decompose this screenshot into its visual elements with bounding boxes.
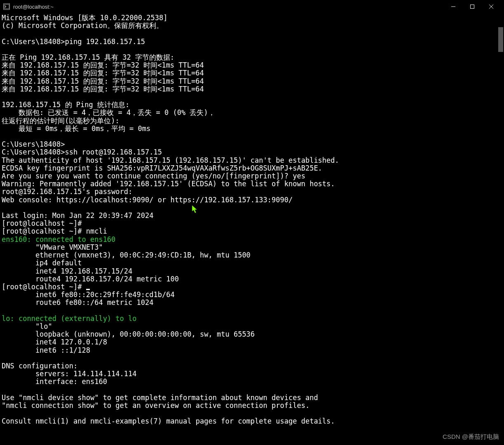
close-button[interactable] (482, 0, 501, 13)
terminal-line: 正在 Ping 192.168.157.15 具有 32 字节的数据: (2, 54, 502, 61)
terminal-line: Use "nmcli device show" to get complete … (2, 394, 502, 402)
terminal-line: inet4 192.168.157.15/24 (2, 267, 502, 275)
terminal-line: DNS configuration: (2, 362, 502, 370)
terminal-line: 往返行程的估计时间(以毫秒为单位): (2, 117, 502, 125)
terminal-line (2, 133, 502, 141)
terminal-line (2, 354, 502, 362)
terminal-line: 来自 192.168.157.15 的回复: 字节=32 时间<1ms TTL=… (2, 77, 502, 85)
minimize-button[interactable] (444, 0, 463, 13)
terminal-line (2, 30, 502, 37)
terminal-line (2, 386, 502, 394)
terminal-line (2, 204, 502, 212)
terminal-line: "nmcli connection show" to get an overvi… (2, 402, 502, 410)
terminal-line: "lo" (2, 323, 502, 330)
terminal-line: route4 192.168.157.0/24 metric 100 (2, 275, 502, 283)
terminal-line: 来自 192.168.157.15 的回复: 字节=32 时间<1ms TTL=… (2, 85, 502, 93)
window-title: root@localhost:~ (13, 4, 444, 10)
terminal-output[interactable]: Microsoft Windows [版本 10.0.22000.2538](c… (0, 13, 504, 426)
terminal-line: ECDSA key fingerprint is SHA256:vpRI7LXX… (2, 164, 502, 172)
terminal-line: 192.168.157.15 的 Ping 统计信息: (2, 101, 502, 109)
terminal-line: Warning: Permanently added '192.168.157.… (2, 180, 502, 188)
terminal-line: inet6 fe80::20c:29ff:fe49:cd1b/64 (2, 291, 502, 299)
terminal-line: ethernet (vmxnet3), 00:0C:29:49:CD:1B, h… (2, 251, 502, 259)
maximize-button[interactable] (463, 0, 482, 13)
terminal-line: lo: connected (externally) to lo (2, 315, 502, 323)
svg-rect-0 (4, 5, 9, 9)
terminal-line: Last login: Mon Jan 22 20:39:47 2024 (2, 212, 502, 220)
terminal-line: [root@localhost ~]# (2, 220, 502, 227)
terminal-line: 最短 = 0ms，最长 = 0ms，平均 = 0ms (2, 125, 502, 133)
terminal-line: Are you sure you want to continue connec… (2, 172, 502, 180)
scrollbar-thumb[interactable] (498, 27, 503, 52)
terminal-line: Web console: https://localhost:9090/ or … (2, 196, 502, 204)
terminal-line: Microsoft Windows [版本 10.0.22000.2538] (2, 14, 502, 22)
terminal-line: (c) Microsoft Corporation。保留所有权利。 (2, 22, 502, 30)
terminal-line: inet6 ::1/128 (2, 347, 502, 354)
terminal-line (2, 307, 502, 315)
terminal-line: C:\Users\18408>ping 192.168.157.15 (2, 38, 502, 46)
terminal-line: 来自 192.168.157.15 的回复: 字节=32 时间<1ms TTL=… (2, 61, 502, 69)
terminal-line: servers: 114.114.114.114 (2, 370, 502, 378)
window-titlebar: root@localhost:~ (0, 0, 504, 13)
terminal-line: [root@localhost ~]# (2, 283, 502, 291)
terminal-line (2, 46, 502, 54)
terminal-line: 来自 192.168.157.15 的回复: 字节=32 时间<1ms TTL=… (2, 69, 502, 77)
terminal-line (2, 93, 502, 101)
terminal-line: The authenticity of host '192.168.157.15… (2, 157, 502, 164)
terminal-line: root@192.168.157.15's password: (2, 188, 502, 196)
terminal-line: Consult nmcli(1) and nmcli-examples(7) m… (2, 417, 502, 425)
terminal-line: loopback (unknown), 00:00:00:00:00:00, s… (2, 330, 502, 338)
svg-rect-2 (471, 5, 474, 9)
terminal-line: ens160: connected to ens160 (2, 236, 502, 244)
terminal-line: route6 fe80::/64 metric 1024 (2, 299, 502, 307)
terminal-line: C:\Users\18408> (2, 141, 502, 148)
terminal-line (2, 410, 502, 417)
terminal-line: "VMware VMXNET3" (2, 244, 502, 251)
terminal-line: interface: ens160 (2, 378, 502, 386)
terminal-line: ip4 default (2, 259, 502, 267)
terminal-line: C:\Users\18408>ssh root@192.168.157.15 (2, 148, 502, 156)
terminal-line: 数据包: 已发送 = 4，已接收 = 4，丢失 = 0 (0% 丢失)， (2, 109, 502, 117)
terminal-line: inet4 127.0.0.1/8 (2, 338, 502, 346)
terminal-line: [root@localhost ~]# nmcli (2, 227, 502, 235)
window-controls (444, 0, 501, 13)
text-cursor (86, 289, 90, 290)
csdn-watermark: CSDN @番茄打电脑 (443, 433, 499, 441)
terminal-icon (3, 3, 10, 10)
scrollbar-track[interactable] (497, 13, 504, 445)
